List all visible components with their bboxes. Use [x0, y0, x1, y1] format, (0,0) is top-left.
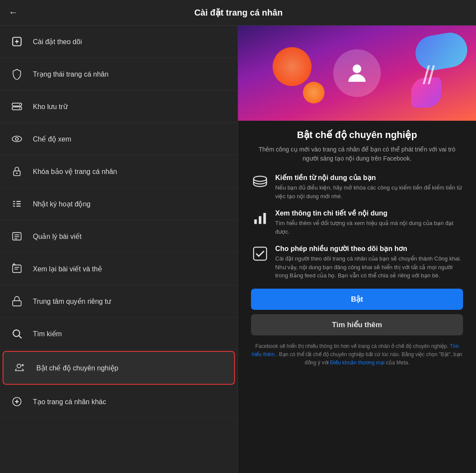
sidebar-item-profile-status[interactable]: Trạng thái trang cá nhân [0, 58, 238, 90]
svg-point-32 [254, 176, 267, 181]
svg-rect-33 [254, 219, 257, 224]
svg-point-25 [13, 330, 19, 336]
feature-followers: Cho phép nhiều người theo dõi bạn hơn Cà… [251, 245, 463, 280]
sidebar-item-follow-settings[interactable]: Cài đặt theo dõi [0, 26, 238, 58]
sidebar-item-create-page[interactable]: Tạo trang cá nhân khác [0, 386, 238, 418]
feature-monetize-text: Kiếm tiền từ nội dung của bạn Nếu bạn đủ… [275, 174, 463, 200]
search-icon [9, 325, 25, 342]
sidebar: Cài đặt theo dõi Trạng thái trang cá nhâ… [0, 26, 238, 473]
svg-rect-24 [13, 301, 21, 306]
sidebar-item-view-mode[interactable]: Chế độ xem [0, 123, 238, 155]
decorative-blob-orange2 [303, 82, 325, 103]
svg-point-7 [12, 136, 22, 142]
svg-point-10 [16, 173, 17, 174]
svg-point-5 [19, 104, 20, 105]
pro-icon [12, 360, 29, 376]
svg-rect-21 [13, 265, 21, 272]
btn-learn-more[interactable]: Tìm hiểu thêm [251, 314, 463, 335]
add-icon [9, 393, 25, 410]
sidebar-item-label: Tìm kiếm [33, 330, 62, 338]
header: ← Cài đặt trang cá nhân [0, 0, 476, 26]
lock-icon [9, 163, 25, 180]
sidebar-item-label: Trung tâm quyền riêng tư [33, 297, 111, 306]
sidebar-item-review-posts[interactable]: Xem lại bài viết và thẻ [0, 253, 238, 285]
feature-insights: Xem thông tin chi tiết về nội dung Tìm h… [251, 209, 463, 236]
sidebar-item-privacy-center[interactable]: Trung tâm quyền riêng tư [0, 285, 238, 318]
feature-followers-desc: Cài đặt người theo dõi trang cá nhân của… [275, 254, 463, 280]
svg-rect-4 [12, 107, 22, 110]
money-icon [251, 174, 269, 192]
feature-insights-text: Xem thông tin chi tiết về nội dung Tìm h… [275, 209, 463, 236]
svg-rect-35 [264, 213, 266, 224]
hero-user-icon [333, 49, 381, 97]
decorative-blob-orange [273, 47, 312, 86]
privacy-icon [9, 293, 25, 309]
back-button[interactable]: ← [9, 7, 18, 18]
speed-lines-decoration [423, 60, 433, 90]
footer-disclaimer: Facebook sẽ hiển thị nhiều thông tin hơn… [251, 342, 463, 367]
sidebar-item-label: Quản lý bài viết [33, 232, 81, 241]
sidebar-item-storage[interactable]: Kho lưu trữ [0, 90, 238, 123]
sidebar-item-label: Xem lại bài viết và thẻ [33, 265, 102, 273]
feature-insights-title: Xem thông tin chi tiết về nội dung [275, 209, 463, 217]
content-title: Bật chế độ chuyên nghiệp [251, 129, 463, 141]
btn-enable[interactable]: Bật [251, 289, 463, 310]
sidebar-item-label: Khóa bảo vệ trang cá nhân [33, 167, 117, 176]
follow-icon [9, 33, 25, 50]
feature-monetize-title: Kiếm tiền từ nội dung của bạn [275, 174, 463, 182]
followers-icon [251, 245, 269, 263]
feature-monetize-desc: Nếu bạn đủ điều kiện, hãy mở khóa các cô… [275, 183, 463, 200]
list-icon [9, 196, 25, 212]
sidebar-item-activity-log[interactable]: Nhật ký hoạt động [0, 188, 238, 220]
sidebar-item-profile-lock[interactable]: Khóa bảo vệ trang cá nhân [0, 155, 238, 188]
feature-monetize: Kiếm tiền từ nội dung của bạn Nếu bạn đủ… [251, 174, 463, 200]
sidebar-item-label: Tạo trang cá nhân khác [33, 398, 106, 406]
main-layout: Cài đặt theo dõi Trạng thái trang cá nhâ… [0, 26, 476, 473]
decorative-blob-blue [413, 30, 470, 73]
footer-link-terms[interactable]: Điều khoản thương mại [330, 360, 385, 366]
right-panel: Bật chế độ chuyên nghiệp Thêm công cụ mớ… [238, 26, 476, 473]
shield-icon [9, 66, 25, 82]
feature-followers-text: Cho phép nhiều người theo dõi bạn hơn Cà… [275, 245, 463, 280]
svg-rect-34 [259, 216, 261, 224]
review-icon [9, 261, 25, 277]
svg-rect-36 [254, 247, 267, 260]
sidebar-item-label: Nhật ký hoạt động [33, 200, 90, 208]
feature-followers-title: Cho phép nhiều người theo dõi bạn hơn [275, 245, 463, 253]
sidebar-item-label: Cài đặt theo dõi [33, 38, 82, 46]
sidebar-item-label: Bật chế độ chuyên nghiệp [36, 364, 118, 372]
page-title: Cài đặt trang cá nhân [27, 7, 450, 18]
feature-insights-desc: Tìm hiểu thêm về đối tượng và xem hiệu q… [275, 219, 463, 236]
svg-point-27 [17, 364, 21, 368]
sidebar-item-search[interactable]: Tìm kiếm [0, 318, 238, 350]
hero-banner [238, 26, 476, 121]
sidebar-item-post-management[interactable]: Quản lý bài viết [0, 220, 238, 253]
chart-icon [251, 209, 269, 227]
svg-point-6 [19, 108, 20, 109]
sidebar-item-label: Chế độ xem [33, 135, 71, 143]
sidebar-item-pro-mode[interactable]: Bật chế độ chuyên nghiệp [3, 351, 235, 385]
sidebar-item-label: Kho lưu trữ [33, 103, 68, 111]
content-description: Thêm công cụ mới vào trang cá nhân để bạ… [251, 145, 463, 163]
svg-point-8 [16, 138, 19, 141]
eye-icon [9, 131, 25, 147]
posts-icon [9, 228, 25, 245]
svg-rect-3 [12, 103, 22, 106]
svg-point-31 [353, 64, 361, 73]
sidebar-item-label: Trạng thái trang cá nhân [33, 70, 109, 78]
storage-icon [9, 98, 25, 115]
svg-line-26 [19, 336, 22, 338]
content-area: Bật chế độ chuyên nghiệp Thêm công cụ mớ… [238, 121, 476, 384]
